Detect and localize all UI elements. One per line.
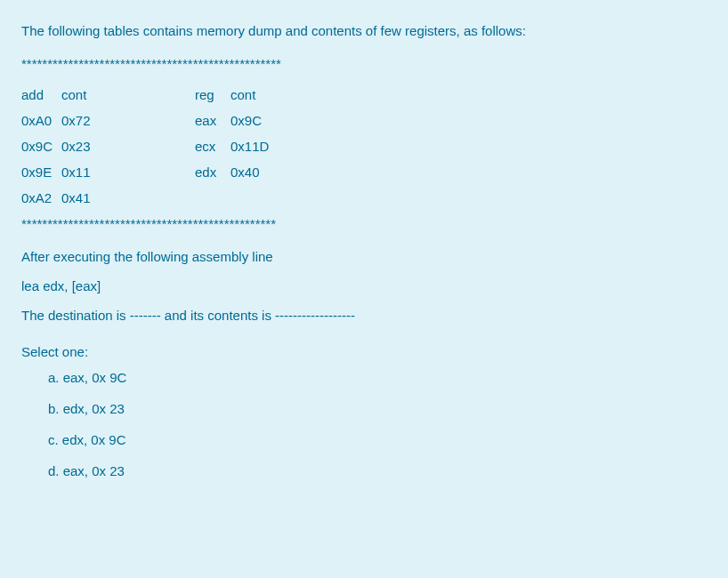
stem-line-2: lea edx, [eax]	[21, 277, 707, 295]
hdr-add: add	[21, 87, 61, 102]
separator-top: ****************************************…	[21, 56, 707, 71]
cell-regval: 0x11D	[231, 139, 269, 154]
cell-cont: 0x72	[61, 113, 195, 128]
cell-reg: edx	[195, 165, 231, 180]
option-a[interactable]: a. eax, 0x 9C	[48, 368, 707, 387]
cell-reg: eax	[195, 113, 231, 128]
cell-addr: 0xA2	[21, 190, 61, 205]
cell-reg	[195, 190, 231, 205]
question-intro: The following tables contains memory dum…	[21, 21, 707, 40]
cell-cont: 0x23	[61, 139, 195, 154]
cell-addr: 0xA0	[21, 113, 61, 128]
option-text: eax, 0x 23	[63, 463, 125, 478]
table-row: 0x9E 0x11 edx 0x40	[21, 165, 707, 180]
option-c[interactable]: c. edx, 0x 9C	[48, 430, 707, 449]
stem-line-1: After executing the following assembly l…	[21, 247, 707, 266]
table-row: 0xA2 0x41	[21, 190, 707, 205]
option-letter: b.	[48, 401, 60, 416]
hdr-cont2: cont	[231, 87, 255, 102]
cell-cont: 0x11	[61, 165, 195, 180]
option-letter: d.	[48, 463, 60, 478]
option-text: edx, 0x 9C	[62, 432, 126, 447]
option-d[interactable]: d. eax, 0x 23	[48, 462, 707, 480]
cell-regval: 0x9C	[231, 113, 262, 128]
question-stem: After executing the following assembly l…	[21, 247, 707, 325]
cell-addr: 0x9E	[21, 165, 61, 180]
option-text: edx, 0x 23	[63, 401, 125, 416]
cell-addr: 0x9C	[21, 139, 61, 154]
options-list: a. eax, 0x 9C b. edx, 0x 23 c. edx, 0x 9…	[21, 368, 707, 480]
cell-reg: ecx	[195, 139, 231, 154]
option-letter: a.	[48, 370, 60, 385]
hdr-cont1: cont	[61, 87, 195, 102]
option-b[interactable]: b. edx, 0x 23	[48, 399, 707, 418]
select-one-label: Select one:	[21, 344, 707, 359]
table-row: 0xA0 0x72 eax 0x9C	[21, 113, 707, 128]
table-row: 0x9C 0x23 ecx 0x11D	[21, 139, 707, 154]
hdr-reg: reg	[195, 87, 231, 102]
cell-cont: 0x41	[61, 190, 195, 205]
separator-bottom: ****************************************…	[21, 216, 707, 231]
cell-regval: 0x40	[231, 165, 260, 180]
table-header-row: add cont reg cont	[21, 87, 707, 102]
stem-line-3: The destination is ------- and its conte…	[21, 306, 707, 325]
option-letter: c.	[48, 432, 59, 447]
option-text: eax, 0x 9C	[63, 370, 127, 385]
